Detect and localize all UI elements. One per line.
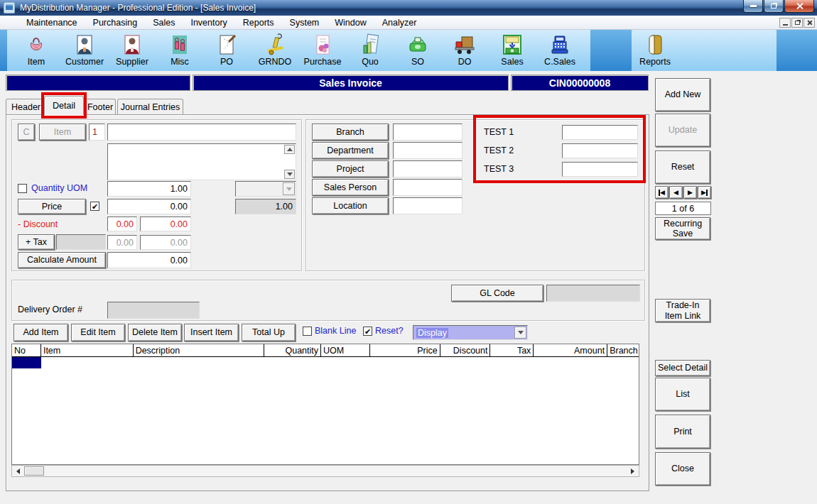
col-uom[interactable]: UOM	[321, 344, 370, 356]
sales-person-field[interactable]	[393, 179, 462, 196]
uom-combo-dropdown[interactable]	[283, 182, 295, 195]
price-button[interactable]: Price	[18, 199, 86, 214]
amount-field[interactable]: 0.00	[107, 252, 191, 268]
branch-button[interactable]: Branch	[312, 124, 389, 141]
col-branch[interactable]: Branch	[607, 344, 639, 356]
toolbar-customer-button[interactable]: Customer	[60, 32, 109, 70]
quantity-field[interactable]: 1.00	[107, 181, 191, 197]
menu-sales[interactable]: Sales	[145, 18, 183, 28]
mdi-restore-button[interactable]	[791, 18, 803, 28]
toolbar-so-button[interactable]: SO	[394, 32, 442, 70]
memo-scroll-up[interactable]	[284, 145, 295, 154]
item-description-memo[interactable]	[107, 143, 296, 180]
test1-field[interactable]	[562, 125, 638, 140]
col-item[interactable]: Item	[41, 344, 134, 356]
toolbar-purchase-button[interactable]: Purchase	[298, 32, 347, 70]
tax-rate-field[interactable]: 0.00	[107, 235, 137, 250]
toolbar-item-button[interactable]: Item	[12, 32, 60, 70]
toolbar-reports-button[interactable]: Reports	[631, 32, 679, 70]
c-button[interactable]: C	[18, 124, 35, 141]
menu-analyzer[interactable]: Analyzer	[374, 18, 425, 28]
nav-next-button[interactable]: ▶	[683, 186, 697, 199]
print-button[interactable]: Print	[655, 415, 710, 449]
department-field[interactable]	[393, 142, 462, 159]
discount-rate-field[interactable]: 0.00	[107, 217, 137, 231]
line-number-field[interactable]: 1	[89, 124, 105, 141]
menu-purchasing[interactable]: Purchasing	[85, 18, 146, 28]
toolbar-sales-button[interactable]: Sales	[488, 32, 536, 70]
branch-field[interactable]	[393, 124, 462, 141]
reset-button[interactable]: Reset	[655, 150, 710, 184]
project-button[interactable]: Project	[312, 160, 389, 177]
hscroll-thumb[interactable]	[24, 466, 44, 476]
display-combo[interactable]: Display	[413, 325, 528, 340]
price-field[interactable]: 0.00	[107, 199, 191, 214]
display-combo-dropdown[interactable]	[514, 327, 526, 339]
menu-system[interactable]: System	[282, 18, 328, 28]
col-discount[interactable]: Discount	[440, 344, 491, 356]
memo-scroll-down[interactable]	[284, 170, 295, 179]
toolbar-po-button[interactable]: PO	[202, 32, 251, 70]
tab-footer[interactable]: Footer	[85, 99, 116, 115]
nav-last-button[interactable]: ▶	[698, 186, 711, 199]
item-code-field[interactable]	[107, 124, 296, 141]
close-button[interactable]	[784, 0, 814, 13]
reset-checkbox[interactable]: ✔	[363, 327, 372, 336]
tab-journal-entries[interactable]: Journal Entries	[117, 99, 183, 115]
mdi-close-button[interactable]	[804, 18, 815, 28]
delete-item-button[interactable]: Delete Item	[128, 324, 182, 341]
toolbar-misc-button[interactable]: Misc	[156, 32, 204, 70]
department-button[interactable]: Department	[312, 142, 389, 159]
selected-cell[interactable]	[12, 357, 41, 368]
select-detail-button[interactable]: Select Detail	[655, 360, 710, 376]
hscroll-left-button[interactable]	[13, 466, 23, 476]
toolbar-do-button[interactable]: DO	[440, 32, 489, 70]
test2-field[interactable]	[562, 143, 638, 158]
tab-header[interactable]: Header	[6, 99, 45, 115]
test3-field[interactable]	[562, 162, 638, 177]
toolbar-grndo-button[interactable]: GRNDO	[251, 32, 299, 70]
price-checkbox[interactable]: ✔	[90, 202, 99, 211]
close-form-button[interactable]: Close	[655, 452, 710, 486]
uom-combo[interactable]	[235, 181, 296, 197]
sales-person-button[interactable]: Sales Person	[312, 179, 389, 196]
menu-reports[interactable]: Reports	[235, 18, 282, 28]
col-description[interactable]: Description	[134, 344, 265, 356]
item-button[interactable]: Item	[39, 124, 86, 141]
toolbar-supplier-button[interactable]: Supplier	[108, 32, 156, 70]
total-up-button[interactable]: Total Up	[242, 324, 296, 341]
tax-amount-field[interactable]: 0.00	[140, 235, 191, 250]
calculate-amount-button[interactable]: Calculate Amount	[18, 252, 106, 268]
items-grid[interactable]: No Item Description Quantity UOM Price D…	[11, 344, 639, 465]
blank-line-checkbox[interactable]	[303, 327, 312, 336]
toolbar-quo-button[interactable]: Quo	[346, 32, 394, 70]
minimize-button[interactable]	[743, 0, 763, 13]
insert-item-button[interactable]: Insert Item	[184, 324, 239, 341]
location-field[interactable]	[393, 197, 462, 214]
quantity-uom-checkbox[interactable]	[18, 184, 27, 193]
col-no[interactable]: No	[12, 344, 41, 356]
col-tax[interactable]: Tax	[490, 344, 534, 356]
nav-prev-button[interactable]: ◀	[669, 186, 683, 199]
list-button[interactable]: List	[655, 378, 710, 411]
add-item-button[interactable]: Add Item	[13, 324, 68, 341]
toolbar-csales-button[interactable]: C.Sales	[536, 32, 584, 70]
hscroll-right-button[interactable]	[627, 466, 638, 476]
location-button[interactable]: Location	[312, 197, 389, 214]
add-new-button[interactable]: Add New	[655, 78, 710, 111]
mdi-minimize-button[interactable]	[779, 18, 791, 28]
menu-maintenance[interactable]: Maintenance	[18, 18, 85, 28]
tax-button[interactable]: + Tax	[18, 234, 55, 250]
col-price[interactable]: Price	[370, 344, 440, 356]
restore-button[interactable]	[764, 0, 784, 13]
col-amount[interactable]: Amount	[534, 344, 607, 356]
nav-first-button[interactable]: ◀	[655, 186, 669, 199]
trade-in-item-link-button[interactable]: Trade-In Item Link	[655, 299, 710, 322]
menu-inventory[interactable]: Inventory	[183, 18, 234, 28]
update-button[interactable]: Update	[655, 114, 710, 147]
grid-hscrollbar[interactable]	[11, 465, 639, 477]
recurring-save-button[interactable]: Recurring Save	[655, 217, 710, 240]
col-quantity[interactable]: Quantity	[264, 344, 321, 356]
edit-item-button[interactable]: Edit Item	[71, 324, 125, 341]
menu-window[interactable]: Window	[327, 18, 374, 28]
